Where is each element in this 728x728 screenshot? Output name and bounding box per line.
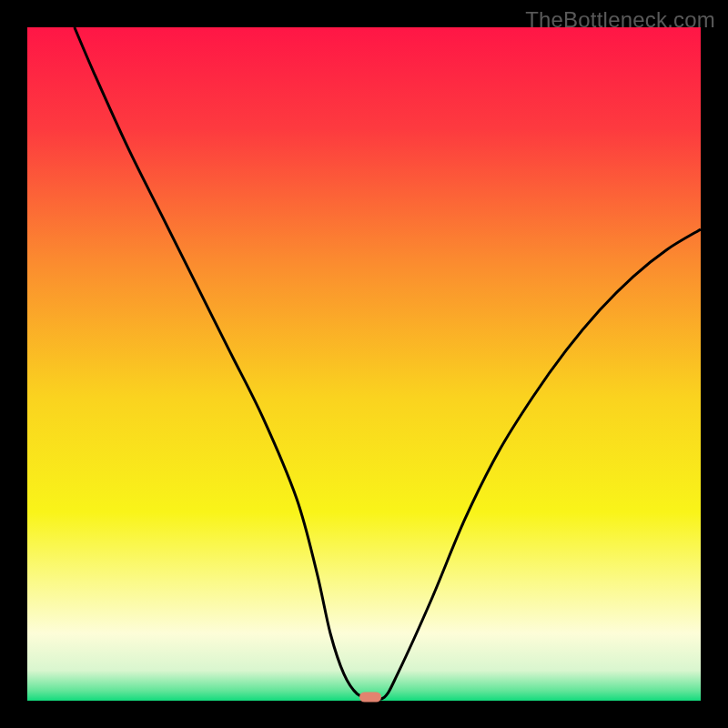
plot-area xyxy=(27,27,701,701)
watermark-text: TheBottleneck.com xyxy=(525,7,715,33)
chart-container: TheBottleneck.com xyxy=(0,0,728,728)
curve-layer xyxy=(27,27,701,701)
optimal-point-marker xyxy=(359,692,381,702)
bottleneck-curve xyxy=(75,27,701,699)
